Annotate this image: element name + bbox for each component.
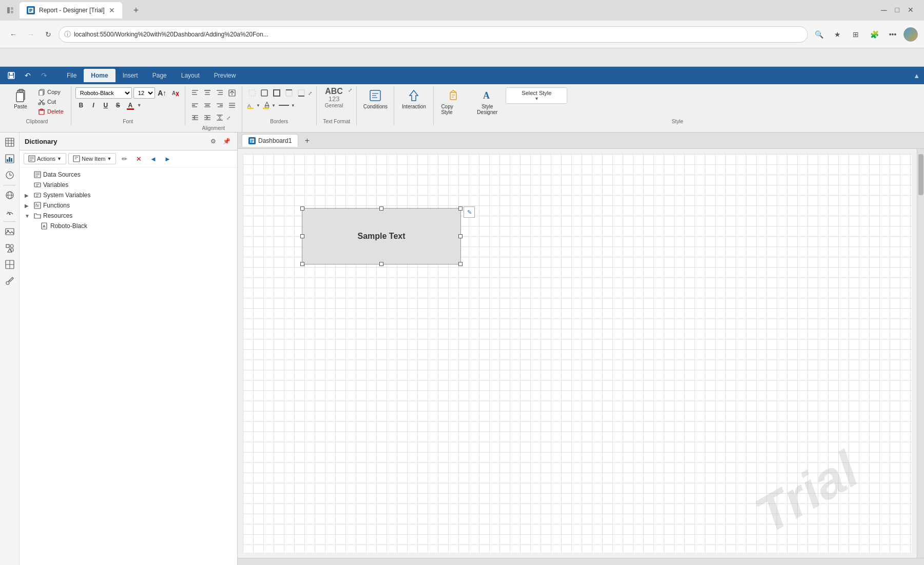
select-style-dropdown[interactable]: Select Style ▼ <box>506 87 567 104</box>
undo-button[interactable]: ↶ <box>21 68 35 83</box>
redo-button[interactable]: ↷ <box>37 68 51 83</box>
tab-home[interactable]: Home <box>84 69 115 82</box>
strikethrough-button[interactable]: S <box>112 100 124 111</box>
border-all-button[interactable] <box>259 87 270 99</box>
forward-button[interactable]: → <box>24 27 38 42</box>
italic-button[interactable]: I <box>88 100 99 111</box>
align-left-middle-button[interactable] <box>189 100 201 111</box>
tree-item-roboto-black[interactable]: A Roboto-Black <box>20 221 237 231</box>
more-icon[interactable]: ••• <box>885 27 900 42</box>
copy-button[interactable]: Copy <box>35 87 67 97</box>
align-center-middle-button[interactable] <box>202 100 213 111</box>
extensions-icon[interactable]: 🧩 <box>867 27 882 42</box>
tab-preview[interactable]: Preview <box>207 69 243 82</box>
sample-text-box[interactable]: ✎ Sample Text <box>302 208 461 265</box>
move-up-button[interactable]: ◄ <box>147 153 159 165</box>
sidebar-toggle-icon[interactable] <box>5 5 15 15</box>
tree-item-variables[interactable]: Variables <box>20 180 237 190</box>
minimize-button[interactable]: ─ <box>881 6 887 15</box>
font-color-button[interactable]: A <box>125 100 136 111</box>
border-style-button[interactable]: ▼ <box>277 100 296 111</box>
gauge-tool-button[interactable] <box>2 204 17 219</box>
delete-item-button[interactable]: ✕ <box>132 153 145 165</box>
borders-expand[interactable]: ⤢ <box>308 87 312 99</box>
refresh-button[interactable]: ↻ <box>41 27 55 42</box>
move-down-button[interactable]: ► <box>161 153 174 165</box>
cut-button[interactable]: Cut <box>35 97 67 106</box>
resize-handle-bm[interactable] <box>379 262 383 266</box>
line-height-button[interactable] <box>214 112 225 123</box>
edit-item-button[interactable]: ✏ <box>118 153 130 165</box>
font-name-select[interactable]: Roboto-Black <box>75 87 132 99</box>
align-left-top-button[interactable] <box>189 87 201 99</box>
tab-close-button[interactable]: ✕ <box>109 6 115 14</box>
fill-color-button[interactable]: A ▼ <box>246 100 261 111</box>
text-format-expand[interactable]: ⤢ <box>348 87 352 101</box>
vertical-scrollbar[interactable] <box>917 149 924 558</box>
dashboard1-tab[interactable]: Dashboard1 <box>242 134 298 147</box>
new-tab-button[interactable]: + <box>128 3 144 18</box>
tab-file[interactable]: File <box>60 69 84 82</box>
resize-handle-tl[interactable] <box>300 206 304 211</box>
dictionary-settings-button[interactable]: ⚙ <box>207 136 219 147</box>
add-tab-button[interactable]: + <box>300 134 314 147</box>
tools-button[interactable] <box>2 273 17 289</box>
resize-handle-mr[interactable] <box>458 234 463 238</box>
browser-tab[interactable]: Report - Designer [Trial] ✕ <box>20 2 122 18</box>
map-tool-button[interactable] <box>2 187 17 203</box>
justify-button[interactable] <box>226 100 238 111</box>
actions-button[interactable]: Actions ▼ <box>24 153 66 164</box>
tree-item-system-variables[interactable]: ▶ System Variables <box>20 190 237 200</box>
indent-decrease-button[interactable] <box>189 112 201 123</box>
horizontal-scrollbar[interactable] <box>238 558 924 565</box>
save-button[interactable] <box>4 68 18 83</box>
border-bottom-button[interactable] <box>296 87 307 99</box>
delete-button[interactable]: Delete <box>35 107 67 116</box>
resize-handle-bl[interactable] <box>300 262 304 266</box>
copy-style-button[interactable]: Copy Style <box>438 87 469 116</box>
resize-handle-tr[interactable] <box>458 206 463 211</box>
font-size-select[interactable]: 12 <box>133 87 155 99</box>
fill-button[interactable] <box>226 87 238 99</box>
style-designer-button[interactable]: A Style Designer <box>472 87 503 116</box>
font-color-arrow[interactable]: ▼ <box>137 103 142 108</box>
new-item-button[interactable]: New Item ▼ <box>68 153 116 164</box>
table-tool-button[interactable] <box>2 135 17 150</box>
image-tool-button[interactable] <box>2 224 17 239</box>
back-button[interactable]: ← <box>6 27 21 42</box>
chart-tool-button[interactable] <box>2 151 17 166</box>
address-bar[interactable]: ⓘ localhost:5500/Working%20with%20Dashbo… <box>59 26 808 43</box>
clear-format-button[interactable]: A <box>169 87 181 99</box>
alignment-expand[interactable]: ⤢ <box>226 112 230 123</box>
indent-increase-button[interactable] <box>202 112 213 123</box>
increase-font-button[interactable]: A↑ <box>157 87 168 99</box>
align-center-top-button[interactable] <box>202 87 213 99</box>
underline-button[interactable]: U <box>100 100 111 111</box>
resize-handle-br[interactable] <box>458 262 463 266</box>
highlight-color-button[interactable]: ▼ <box>262 100 276 111</box>
tree-item-functions[interactable]: ▶ fx Functions <box>20 200 237 211</box>
clock-tool-button[interactable] <box>2 167 17 183</box>
tab-page[interactable]: Page <box>145 69 174 82</box>
align-right-top-button[interactable] <box>214 87 225 99</box>
border-top-button[interactable] <box>283 87 295 99</box>
tab-layout[interactable]: Layout <box>174 69 207 82</box>
tab-insert[interactable]: Insert <box>116 69 145 82</box>
paste-button[interactable]: Paste <box>7 87 34 110</box>
ribbon-collapse-button[interactable]: ▲ <box>909 72 924 80</box>
dictionary-pin-button[interactable]: 📌 <box>221 136 232 147</box>
tree-item-data-sources[interactable]: Data Sources <box>20 170 237 180</box>
user-avatar[interactable] <box>903 27 918 42</box>
shape-tool-button[interactable] <box>2 240 17 256</box>
favorites-icon[interactable]: ★ <box>830 27 845 42</box>
search-icon[interactable]: 🔍 <box>811 27 826 42</box>
interaction-button[interactable]: Interaction <box>398 87 429 110</box>
close-button[interactable]: ✕ <box>908 6 914 15</box>
edit-textbox-button[interactable]: ✎ <box>464 206 475 218</box>
resize-handle-tm[interactable] <box>379 206 383 211</box>
conditions-button[interactable]: Conditions <box>361 87 390 110</box>
grid-canvas[interactable]: ✎ Sample Text Trial <box>243 154 912 553</box>
border-outer-button[interactable] <box>271 87 282 99</box>
border-none-button[interactable] <box>246 87 258 99</box>
collections-icon[interactable]: ⊞ <box>848 27 863 42</box>
